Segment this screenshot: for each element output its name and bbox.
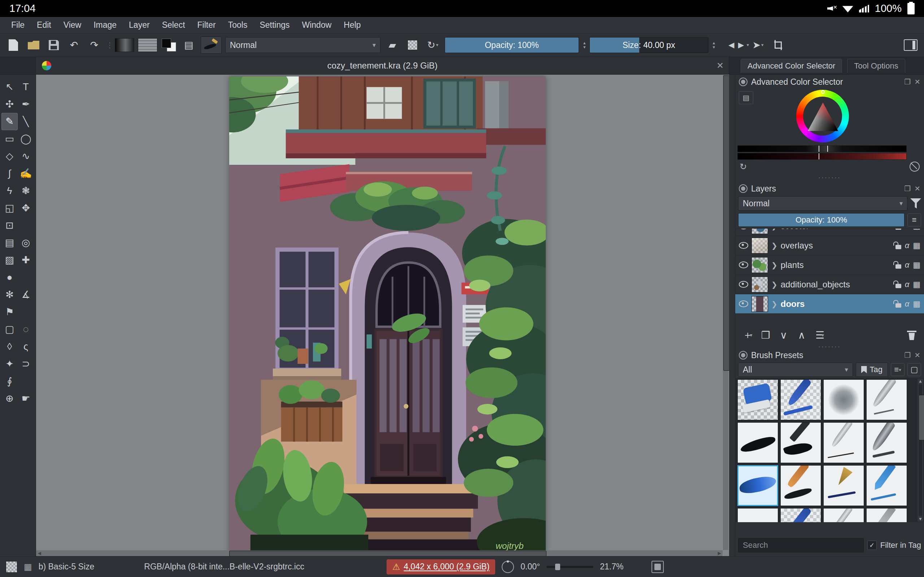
- tool-button[interactable]: ∡: [18, 286, 34, 303]
- tool-button[interactable]: ✒: [18, 95, 34, 113]
- close-docker-icon[interactable]: ✕: [914, 184, 921, 193]
- horizontal-scrollbar[interactable]: ◀ ▶: [36, 550, 723, 556]
- scroll-up-arrow[interactable]: ▲: [918, 379, 922, 384]
- menu-item[interactable]: Tools: [222, 17, 254, 33]
- alpha-inherit-icon[interactable]: α: [905, 260, 909, 270]
- reload-preset-button[interactable]: ↻▾: [425, 37, 441, 53]
- menu-item[interactable]: Help: [338, 17, 367, 33]
- tool-button[interactable]: ▤: [2, 234, 18, 251]
- brush-preset-chooser-button[interactable]: [201, 36, 221, 54]
- layer-properties-icon[interactable]: ▦: [913, 228, 921, 231]
- tool-button[interactable]: ↖: [2, 78, 18, 95]
- move-layer-up-button[interactable]: ∧: [794, 327, 809, 343]
- shade-selector[interactable]: [737, 145, 907, 161]
- mirror-vertical-button[interactable]: ➤▾: [750, 37, 766, 53]
- refresh-colors-icon[interactable]: ↻: [740, 161, 747, 172]
- preset-grid-scrollbar[interactable]: ▲ ▼: [918, 379, 923, 521]
- move-layer-down-button[interactable]: ∨: [775, 327, 792, 343]
- tool-button[interactable]: T: [18, 78, 34, 95]
- layer-row[interactable]: ❯ scooter α ▦: [735, 228, 924, 236]
- brush-preset-tile[interactable]: [780, 422, 821, 463]
- zoom-slider-thumb[interactable]: [555, 564, 560, 570]
- tool-button[interactable]: ✻: [2, 286, 18, 303]
- layer-options-menu-button[interactable]: ≡: [908, 213, 921, 226]
- brush-preset-tile[interactable]: [823, 508, 864, 522]
- preset-display-button[interactable]: ▢: [908, 363, 921, 376]
- preset-search-input[interactable]: [738, 538, 864, 553]
- tool-button[interactable]: ◯: [18, 130, 34, 148]
- menu-item[interactable]: Select: [156, 17, 191, 33]
- tool-button[interactable]: ⊡: [2, 217, 18, 234]
- no-color-icon[interactable]: [909, 161, 920, 172]
- menu-item[interactable]: Image: [87, 17, 123, 33]
- layer-row[interactable]: ❯ doors α ▦: [735, 294, 924, 314]
- brush-preset-tile[interactable]: [780, 379, 821, 420]
- undo-button[interactable]: ↶: [66, 37, 82, 53]
- tool-button[interactable]: ✚: [18, 251, 34, 269]
- tool-button[interactable]: ⚑: [2, 303, 18, 321]
- menu-item[interactable]: Edit: [31, 17, 57, 33]
- tool-button[interactable]: ∿: [18, 148, 34, 165]
- tool-button[interactable]: ◱: [2, 200, 18, 217]
- brush-preset-tile[interactable]: [866, 465, 907, 506]
- menu-item[interactable]: File: [5, 17, 31, 33]
- close-tab-icon[interactable]: ✕: [716, 61, 724, 71]
- tool-button[interactable]: ⊃: [18, 355, 34, 372]
- brush-preset-tile[interactable]: [866, 379, 907, 420]
- document-tab[interactable]: cozy_tenement.kra (2.9 GiB) ✕: [36, 57, 729, 74]
- tool-button[interactable]: ▨: [2, 251, 18, 269]
- layer-lock-icon[interactable]: [895, 245, 901, 249]
- close-docker-icon[interactable]: ✕: [914, 351, 921, 359]
- grid-toggle-icon[interactable]: ▦: [24, 562, 32, 572]
- opacity-slider[interactable]: Opacity: 100%: [445, 37, 579, 53]
- layer-visibility-eye-icon[interactable]: [739, 300, 748, 307]
- scroll-down-arrow[interactable]: ▼: [918, 516, 922, 521]
- foreground-background-colors[interactable]: [161, 38, 177, 52]
- brush-preset-tile[interactable]: [823, 422, 864, 463]
- canvas-only-mode-icon[interactable]: [651, 561, 664, 573]
- zoom-slider[interactable]: [546, 566, 593, 568]
- layer-expand-arrow-icon[interactable]: ❯: [771, 241, 777, 250]
- scroll-left-arrow[interactable]: ◀: [36, 551, 43, 556]
- brush-preset-tile[interactable]: [737, 508, 778, 522]
- color-selector-docker-titlebar[interactable]: Advanced Color Selector ❐ ✕: [735, 75, 924, 89]
- selection-indicator-icon[interactable]: [6, 561, 17, 573]
- docker-tab[interactable]: Tool Options: [847, 59, 905, 73]
- menu-item[interactable]: Layer: [123, 17, 156, 33]
- gradient-editor-button[interactable]: ▤: [181, 37, 197, 53]
- open-document-button[interactable]: [25, 37, 42, 53]
- layer-expand-arrow-icon[interactable]: ❯: [771, 280, 777, 289]
- layer-lock-icon[interactable]: [895, 228, 901, 230]
- save-button[interactable]: [45, 37, 62, 53]
- scroll-right-arrow[interactable]: ▶: [716, 551, 723, 556]
- tool-button[interactable]: ▭: [2, 130, 18, 148]
- layer-lock-icon[interactable]: [895, 284, 901, 288]
- preset-view-mode-button[interactable]: ≡▾: [891, 363, 905, 376]
- layer-row[interactable]: ❯ plants α ▦: [735, 255, 924, 275]
- docker-drag-handle[interactable]: ·······: [735, 173, 924, 182]
- layer-visibility-eye-icon[interactable]: [739, 261, 748, 268]
- hue-marker[interactable]: [821, 90, 825, 94]
- selector-settings-button[interactable]: ▤: [739, 91, 753, 104]
- alpha-inherit-icon[interactable]: α: [905, 241, 909, 250]
- docker-tab[interactable]: Advanced Color Selector: [741, 59, 842, 73]
- gradient-chooser-button[interactable]: [115, 38, 134, 52]
- brush-preset-tile[interactable]: [780, 508, 821, 522]
- tool-button[interactable]: ✦: [2, 355, 18, 372]
- workspace-chooser-button[interactable]: [902, 37, 919, 53]
- tool-button[interactable]: ✣: [2, 95, 18, 113]
- layer-properties-icon[interactable]: ▦: [913, 299, 921, 309]
- layer-row[interactable]: ❯ additional_objects α ▦: [735, 275, 924, 294]
- layer-lock-icon[interactable]: [895, 264, 901, 269]
- menu-item[interactable]: View: [57, 17, 87, 33]
- add-layer-button[interactable]: ＋▾: [740, 327, 756, 343]
- size-spinner[interactable]: ▴▾: [713, 41, 716, 49]
- layer-visibility-eye-icon[interactable]: [739, 228, 748, 229]
- preserve-alpha-button[interactable]: [404, 37, 421, 53]
- tool-button[interactable]: ∮: [2, 372, 18, 390]
- menu-item[interactable]: Filter: [191, 17, 222, 33]
- pattern-chooser-button[interactable]: [138, 38, 157, 52]
- blending-mode-dropdown[interactable]: Normal ▾: [225, 37, 380, 53]
- brush-preset-tile[interactable]: [780, 465, 821, 506]
- brush-preset-tile[interactable]: [866, 422, 907, 463]
